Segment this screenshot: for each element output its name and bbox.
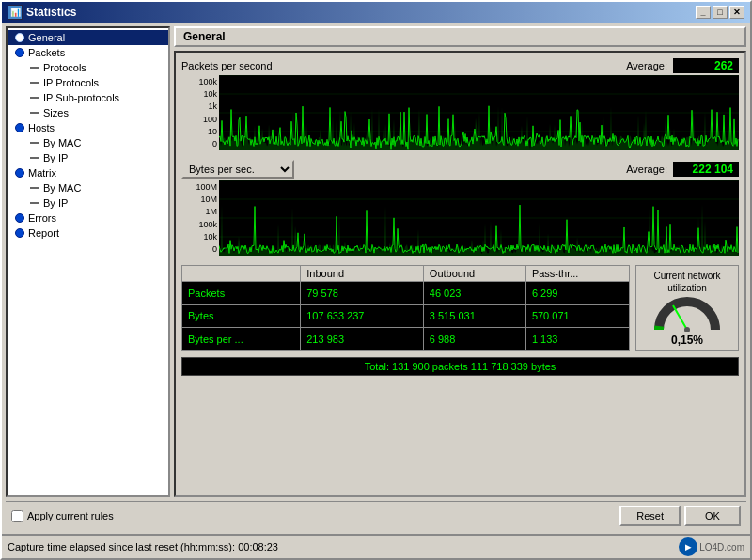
chart1-canvas [219, 75, 739, 150]
row-label: Bytes per ... [182, 328, 301, 351]
sidebar-item-by-ip[interactable]: By IP [8, 150, 168, 165]
chart2-canvas [219, 180, 739, 256]
chart1-title: Packets per second [181, 60, 273, 71]
dot-icon-matrix [15, 168, 24, 178]
row-value: 6 299 [525, 282, 629, 305]
total-bar: Total: 131 900 packets 111 718 339 bytes [181, 357, 739, 376]
gauge-svg [654, 294, 720, 332]
chart2-with-labels: 100M 10M 1M 100k 10k 0 [181, 180, 739, 256]
row-value: 213 983 [301, 328, 424, 351]
row-value: 6 988 [423, 328, 525, 351]
apply-rules-text: Apply current rules [27, 510, 114, 521]
chart1-average-label: Average: [626, 60, 667, 71]
chart1-with-labels: 100k 10k 1k 100 10 0 [181, 75, 739, 150]
sidebar-label-packets: Packets [28, 47, 65, 58]
row-value: 46 023 [423, 282, 525, 305]
sidebar-item-protocols[interactable]: Protocols [8, 60, 168, 75]
dot-icon-errors [15, 213, 24, 223]
chart2-label-row: Bytes per sec. Packets per sec. Broadcas… [181, 160, 739, 179]
chart1-canvas-area [219, 75, 739, 150]
sidebar-item-report[interactable]: Report [8, 226, 168, 241]
minimize-button[interactable]: _ [696, 6, 711, 19]
sidebar-item-matrix-by-ip[interactable]: By IP [8, 195, 168, 210]
sidebar-label-matrix-by-mac: By MAC [43, 182, 81, 194]
row-value: 79 578 [301, 282, 424, 305]
row-label: Packets [182, 282, 301, 305]
lo4d-icon: ▶ [679, 537, 697, 556]
col-header-empty [182, 266, 301, 282]
sidebar-item-ip-protocols[interactable]: IP Protocols [8, 75, 168, 90]
dash-icon-matrix-by-mac [30, 187, 39, 189]
table-section: Inbound Outbound Pass-thr... Packets79 5… [181, 265, 739, 351]
dot-icon-general [15, 33, 24, 42]
panel-body: Packets per second Average: 262 100k 10k… [174, 51, 746, 497]
chart1-block: Packets per second Average: 262 100k 10k… [181, 58, 739, 150]
lo4d-logo: ▶ LO4D.com [679, 537, 744, 556]
sidebar-item-hosts[interactable]: Hosts [8, 120, 168, 135]
row-value: 3 515 031 [423, 304, 525, 328]
dash-icon-ip-protocols [30, 82, 39, 84]
title-buttons: _ □ ✕ [696, 6, 744, 19]
chart1-average: Average: 262 [626, 58, 739, 73]
sidebar-label-by-mac: By MAC [43, 137, 81, 148]
sidebar-item-ip-sub-protocols[interactable]: IP Sub-protocols [8, 90, 168, 105]
row-value: 107 633 237 [301, 304, 424, 328]
sidebar-item-sizes[interactable]: Sizes [8, 105, 168, 120]
status-text: Capture time elapsed since last reset (h… [8, 541, 278, 552]
chart2-block: Bytes per sec. Packets per sec. Broadcas… [181, 160, 739, 256]
stats-table: Inbound Outbound Pass-thr... Packets79 5… [181, 265, 630, 351]
apply-rules-label[interactable]: Apply current rules [11, 510, 114, 522]
chart1-y-axis: 100k 10k 1k 100 10 0 [181, 75, 219, 150]
sidebar: GeneralPacketsProtocolsIP ProtocolsIP Su… [6, 26, 170, 497]
window-icon: 📊 [8, 5, 23, 20]
row-value: 570 071 [525, 304, 629, 328]
col-header-inbound: Inbound [301, 266, 424, 282]
row-label: Bytes [182, 304, 301, 328]
table-row: Packets79 57846 0236 299 [182, 282, 630, 305]
right-panel: General Packets per second Average: 262 [174, 26, 746, 497]
sidebar-item-general[interactable]: General [8, 30, 168, 45]
window-title: Statistics [26, 6, 76, 19]
sidebar-label-by-ip: By IP [43, 152, 68, 163]
sidebar-item-matrix[interactable]: Matrix [8, 165, 168, 180]
sidebar-label-ip-protocols: IP Protocols [43, 77, 99, 88]
window-content: GeneralPacketsProtocolsIP ProtocolsIP Su… [2, 23, 750, 534]
dash-icon-ip-sub-protocols [30, 97, 39, 99]
lo4d-text: LO4D.com [699, 542, 744, 552]
sidebar-item-errors[interactable]: Errors [8, 210, 168, 226]
status-bar: Capture time elapsed since last reset (h… [2, 534, 750, 558]
sidebar-label-matrix-by-ip: By IP [43, 197, 68, 209]
chart2-average-label: Average: [626, 163, 667, 175]
chart2-average-value: 222 104 [673, 162, 739, 177]
panel-header: General [174, 26, 746, 47]
sidebar-label-sizes: Sizes [43, 107, 69, 118]
dash-icon-by-ip [30, 157, 39, 159]
reset-button[interactable]: Reset [619, 506, 681, 526]
chart2-dropdown[interactable]: Bytes per sec. Packets per sec. Broadcas… [181, 160, 294, 179]
chart2-canvas-area [219, 180, 739, 256]
network-util-label: Current networkutilization [653, 270, 720, 294]
ok-button[interactable]: OK [684, 506, 741, 526]
dot-icon-packets [15, 48, 24, 57]
apply-rules-checkbox[interactable] [11, 510, 24, 522]
dot-icon-hosts [15, 123, 24, 132]
dash-icon-by-mac [30, 142, 39, 144]
maximize-button[interactable]: □ [713, 6, 728, 19]
sidebar-label-general: General [28, 32, 65, 43]
title-bar: 📊 Statistics _ □ ✕ [2, 2, 750, 23]
chart2-y-axis: 100M 10M 1M 100k 10k 0 [181, 180, 219, 256]
close-button[interactable]: ✕ [729, 6, 744, 19]
table-row: Bytes per ...213 9836 9881 133 [182, 328, 630, 351]
col-header-passthru: Pass-thr... [525, 266, 629, 282]
sidebar-label-report: Report [28, 227, 59, 239]
sidebar-item-matrix-by-mac[interactable]: By MAC [8, 180, 168, 195]
dash-icon-protocols [30, 67, 39, 69]
sidebar-item-packets[interactable]: Packets [8, 45, 168, 60]
network-util: Current networkutilization 0,15% [635, 265, 739, 351]
sidebar-label-protocols: Protocols [43, 62, 86, 73]
row-value: 1 133 [525, 328, 629, 351]
table-row: Bytes107 633 2373 515 031570 071 [182, 304, 630, 328]
sidebar-item-by-mac[interactable]: By MAC [8, 135, 168, 150]
sidebar-label-ip-sub-protocols: IP Sub-protocols [43, 92, 119, 103]
sidebar-label-matrix: Matrix [28, 167, 56, 179]
